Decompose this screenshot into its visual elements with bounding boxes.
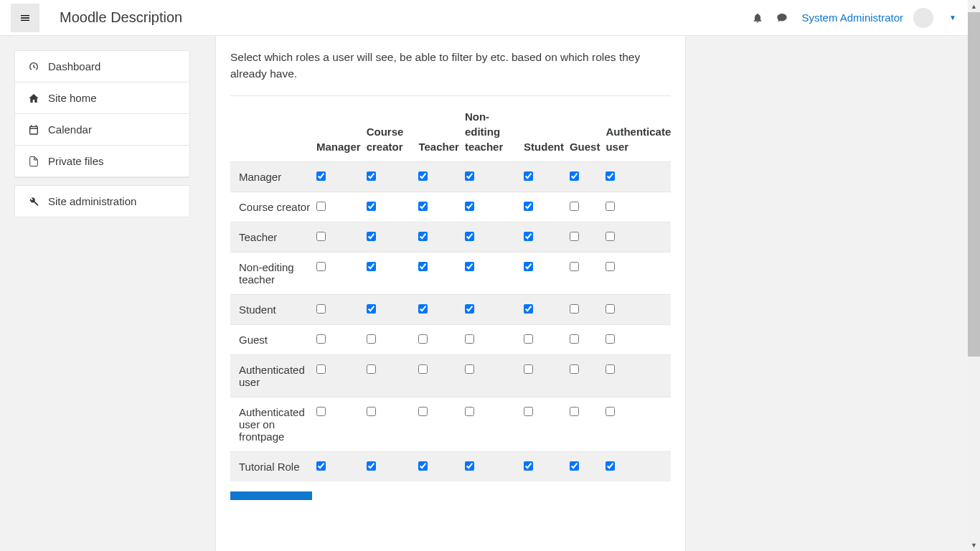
role-checkbox[interactable]	[465, 407, 474, 416]
column-header: Teacher	[418, 102, 464, 162]
role-checkbox[interactable]	[606, 334, 615, 344]
home-icon	[27, 93, 41, 104]
role-checkbox[interactable]	[316, 202, 326, 211]
chevron-down-icon[interactable]: ▼	[949, 14, 956, 22]
role-checkbox[interactable]	[570, 461, 579, 471]
cell	[524, 354, 570, 397]
role-checkbox[interactable]	[524, 202, 533, 211]
nav-drawer: Dashboard Site home Calendar Private fil…	[14, 50, 190, 217]
sidebar-item-sitehome[interactable]: Site home	[15, 83, 189, 114]
role-checkbox[interactable]	[524, 304, 533, 314]
role-checkbox[interactable]	[418, 304, 428, 314]
role-checkbox[interactable]	[316, 262, 326, 271]
role-checkbox[interactable]	[367, 202, 376, 211]
page-scrollbar[interactable]: ▲ ▼	[968, 0, 980, 551]
save-button[interactable]	[230, 491, 312, 500]
role-checkbox[interactable]	[316, 171, 326, 181]
sidebar-item-siteadmin[interactable]: Site administration	[15, 186, 189, 217]
role-checkbox[interactable]	[465, 304, 474, 314]
role-checkbox[interactable]	[316, 334, 326, 344]
role-checkbox[interactable]	[465, 171, 474, 181]
cell	[570, 192, 606, 222]
role-checkbox[interactable]	[606, 304, 615, 314]
role-checkbox[interactable]	[367, 304, 376, 314]
cell	[367, 324, 419, 354]
cell	[606, 354, 671, 397]
role-checkbox[interactable]	[524, 364, 533, 374]
row-label: Authenticated user on frontpage	[230, 397, 316, 451]
role-checkbox[interactable]	[367, 364, 376, 374]
role-checkbox[interactable]	[606, 202, 615, 211]
column-header: Guest	[570, 102, 606, 162]
role-checkbox[interactable]	[570, 232, 579, 241]
user-menu-link[interactable]: System Administrator	[801, 11, 903, 24]
role-checkbox[interactable]	[524, 171, 533, 181]
role-checkbox[interactable]	[465, 202, 474, 211]
role-checkbox[interactable]	[367, 334, 376, 344]
role-checkbox[interactable]	[465, 334, 474, 344]
sidebar-item-calendar[interactable]: Calendar	[15, 114, 189, 146]
role-checkbox[interactable]	[606, 171, 615, 181]
role-checkbox[interactable]	[524, 232, 533, 241]
role-checkbox[interactable]	[524, 262, 533, 271]
role-checkbox[interactable]	[418, 232, 428, 241]
role-checkbox[interactable]	[367, 407, 376, 416]
column-header: Course creator	[367, 102, 419, 162]
cell	[570, 354, 606, 397]
avatar[interactable]	[913, 8, 933, 28]
row-label: Student	[230, 294, 316, 324]
cell	[606, 161, 671, 192]
role-checkbox[interactable]	[570, 304, 579, 314]
role-checkbox[interactable]	[606, 461, 615, 471]
role-checkbox[interactable]	[465, 232, 474, 241]
scrollbar-thumb[interactable]	[968, 12, 980, 357]
role-checkbox[interactable]	[367, 171, 376, 181]
scroll-down-icon[interactable]: ▼	[968, 539, 980, 551]
role-checkbox[interactable]	[465, 364, 474, 374]
role-checkbox[interactable]	[418, 407, 428, 416]
role-checkbox[interactable]	[570, 262, 579, 271]
role-checkbox[interactable]	[606, 364, 615, 374]
role-checkbox[interactable]	[570, 407, 579, 416]
notifications-button[interactable]	[748, 9, 767, 27]
hamburger-button[interactable]	[11, 4, 39, 32]
role-checkbox[interactable]	[606, 232, 615, 241]
role-checkbox[interactable]	[465, 262, 474, 271]
role-checkbox[interactable]	[316, 304, 326, 314]
role-checkbox[interactable]	[524, 334, 533, 344]
role-checkbox[interactable]	[570, 364, 579, 374]
cell	[465, 192, 524, 222]
messages-button[interactable]	[773, 9, 791, 27]
role-checkbox[interactable]	[418, 364, 428, 374]
role-checkbox[interactable]	[316, 232, 326, 241]
role-checkbox[interactable]	[465, 461, 474, 471]
cell	[418, 252, 464, 294]
role-checkbox[interactable]	[606, 407, 615, 416]
table-row: Authenticated user on frontpage	[230, 397, 671, 451]
cell	[316, 324, 367, 354]
role-checkbox[interactable]	[570, 334, 579, 344]
role-checkbox[interactable]	[316, 407, 326, 416]
site-brand[interactable]: Moodle Description	[60, 9, 182, 26]
role-checkbox[interactable]	[316, 461, 326, 471]
role-checkbox[interactable]	[418, 334, 428, 344]
role-checkbox[interactable]	[418, 262, 428, 271]
role-matrix-wrap: ManagerCourse creatorTeacherNon-editing …	[230, 102, 671, 481]
role-checkbox[interactable]	[570, 171, 579, 181]
role-checkbox[interactable]	[367, 461, 376, 471]
role-checkbox[interactable]	[524, 407, 533, 416]
role-checkbox[interactable]	[418, 461, 428, 471]
table-row: Teacher	[230, 222, 671, 252]
role-checkbox[interactable]	[418, 202, 428, 211]
role-checkbox[interactable]	[316, 364, 326, 374]
role-checkbox[interactable]	[367, 232, 376, 241]
sidebar-item-dashboard[interactable]: Dashboard	[15, 51, 189, 83]
sidebar-item-privatefiles[interactable]: Private files	[15, 146, 189, 177]
role-checkbox[interactable]	[606, 262, 615, 271]
role-checkbox[interactable]	[570, 202, 579, 211]
sidebar-item-label: Dashboard	[48, 60, 100, 72]
role-checkbox[interactable]	[367, 262, 376, 271]
role-checkbox[interactable]	[524, 461, 533, 471]
scroll-up-icon[interactable]: ▲	[968, 0, 980, 12]
role-checkbox[interactable]	[418, 171, 428, 181]
